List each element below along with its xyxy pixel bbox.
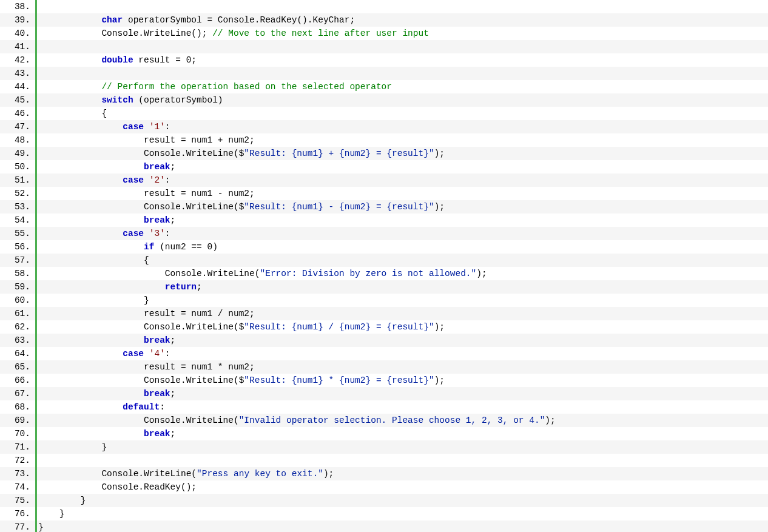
- code-content[interactable]: break;: [37, 427, 768, 440]
- code-content[interactable]: {: [37, 254, 768, 267]
- code-content[interactable]: break;: [37, 214, 768, 227]
- code-line[interactable]: 57. {: [0, 254, 768, 267]
- code-line[interactable]: 51. case '2':: [0, 173, 768, 187]
- code-line[interactable]: 40. Console.WriteLine(); // Move to the …: [0, 27, 768, 40]
- code-line[interactable]: 47. case '1':: [0, 120, 768, 133]
- code-line[interactable]: 68. default:: [0, 400, 768, 414]
- code-line[interactable]: 72.: [0, 454, 768, 467]
- code-line[interactable]: 46. {: [0, 107, 768, 120]
- line-number: 72.: [0, 454, 35, 467]
- code-content[interactable]: case '3':: [37, 227, 768, 240]
- code-content[interactable]: break;: [37, 160, 768, 173]
- keyword-token: case: [123, 175, 144, 185]
- code-content[interactable]: }: [37, 294, 768, 307]
- code-line[interactable]: 50. break;: [0, 160, 768, 173]
- code-content[interactable]: {: [37, 107, 768, 120]
- code-content[interactable]: char operatorSymbol = Console.ReadKey().…: [37, 13, 768, 27]
- code-line[interactable]: 53. Console.WriteLine($"Result: {num1} -…: [0, 200, 768, 214]
- code-content[interactable]: return;: [37, 280, 768, 294]
- code-content[interactable]: switch (operatorSymbol): [37, 93, 768, 107]
- code-line[interactable]: 67. break;: [0, 387, 768, 400]
- code-content[interactable]: Console.WriteLine(); // Move to the next…: [37, 27, 768, 40]
- code-content[interactable]: case '2':: [37, 173, 768, 187]
- code-line[interactable]: 66. Console.WriteLine($"Result: {num1} *…: [0, 374, 768, 387]
- code-content[interactable]: Console.WriteLine($"Result: {num1} * {nu…: [37, 374, 768, 387]
- code-content[interactable]: result = num1 + num2;: [37, 133, 768, 147]
- code-line[interactable]: 55. case '3':: [0, 227, 768, 240]
- line-number: 53.: [0, 200, 35, 214]
- line-number: 42.: [0, 53, 35, 67]
- code-content[interactable]: }: [37, 507, 768, 520]
- code-line[interactable]: 58. Console.WriteLine("Error: Division b…: [0, 267, 768, 280]
- code-content[interactable]: default:: [37, 400, 768, 414]
- code-content[interactable]: [37, 67, 768, 80]
- code-content[interactable]: Console.ReadKey();: [37, 480, 768, 494]
- code-content[interactable]: [37, 454, 768, 467]
- code-editor[interactable]: 38. 39. char operatorSymbol = Console.Re…: [0, 0, 768, 532]
- code-line[interactable]: 73. Console.WriteLine("Press any key to …: [0, 467, 768, 480]
- code-line[interactable]: 54. break;: [0, 214, 768, 227]
- code-content[interactable]: break;: [37, 387, 768, 400]
- code-line[interactable]: 69. Console.WriteLine("Invalid operator …: [0, 414, 768, 427]
- char-token: '4': [149, 349, 165, 359]
- code-content[interactable]: case '4':: [37, 347, 768, 360]
- code-line[interactable]: 59. return;: [0, 280, 768, 294]
- line-number: 73.: [0, 467, 35, 480]
- code-line[interactable]: 70. break;: [0, 427, 768, 440]
- code-content[interactable]: }: [37, 440, 768, 454]
- keyword-token: return: [165, 282, 197, 292]
- string-token: "Result: {num1} * {num2} = {result}": [244, 375, 434, 385]
- code-content[interactable]: [37, 0, 768, 13]
- comment-token: // Perform the operation based on the se…: [101, 82, 392, 92]
- code-line[interactable]: 64. case '4':: [0, 347, 768, 360]
- code-content[interactable]: break;: [37, 334, 768, 347]
- code-content[interactable]: }: [37, 520, 768, 532]
- comment-token: // Move to the next line after user inpu…: [212, 29, 429, 38]
- code-content[interactable]: }: [37, 494, 768, 507]
- code-line[interactable]: 71. }: [0, 440, 768, 454]
- line-number: 57.: [0, 254, 35, 267]
- code-line[interactable]: 38.: [0, 0, 768, 13]
- code-content[interactable]: result = num1 - num2;: [37, 187, 768, 200]
- code-content[interactable]: Console.WriteLine("Invalid operator sele…: [37, 414, 768, 427]
- code-content[interactable]: [37, 40, 768, 53]
- code-line[interactable]: 52. result = num1 - num2;: [0, 187, 768, 200]
- code-line[interactable]: 48. result = num1 + num2;: [0, 133, 768, 147]
- code-content[interactable]: Console.WriteLine("Press any key to exit…: [37, 467, 768, 480]
- code-content[interactable]: case '1':: [37, 120, 768, 133]
- code-line[interactable]: 65. result = num1 * num2;: [0, 360, 768, 374]
- code-line[interactable]: 49. Console.WriteLine($"Result: {num1} +…: [0, 147, 768, 160]
- code-line[interactable]: 44. // Perform the operation based on th…: [0, 80, 768, 93]
- code-content[interactable]: result = num1 / num2;: [37, 307, 768, 320]
- line-number: 61.: [0, 307, 35, 320]
- code-line[interactable]: 62. Console.WriteLine($"Result: {num1} /…: [0, 320, 768, 334]
- code-content[interactable]: Console.WriteLine($"Result: {num1} + {nu…: [37, 147, 768, 160]
- code-line[interactable]: 77.}: [0, 520, 768, 532]
- line-number: 48.: [0, 133, 35, 147]
- code-line[interactable]: 43.: [0, 67, 768, 80]
- code-line[interactable]: 42. double result = 0;: [0, 53, 768, 67]
- code-content[interactable]: if (num2 == 0): [37, 240, 768, 254]
- code-line[interactable]: 63. break;: [0, 334, 768, 347]
- string-token: "Result: {num1} / {num2} = {result}": [244, 322, 434, 332]
- code-line[interactable]: 75. }: [0, 494, 768, 507]
- code-line[interactable]: 39. char operatorSymbol = Console.ReadKe…: [0, 13, 768, 27]
- code-content[interactable]: Console.WriteLine("Error: Division by ze…: [37, 267, 768, 280]
- code-content[interactable]: // Perform the operation based on the se…: [37, 80, 768, 93]
- line-number: 39.: [0, 13, 35, 27]
- line-number: 70.: [0, 427, 35, 440]
- line-number: 38.: [0, 0, 35, 13]
- code-content[interactable]: result = num1 * num2;: [37, 360, 768, 374]
- code-line[interactable]: 61. result = num1 / num2;: [0, 307, 768, 320]
- code-line[interactable]: 74. Console.ReadKey();: [0, 480, 768, 494]
- line-number: 46.: [0, 107, 35, 120]
- code-line[interactable]: 45. switch (operatorSymbol): [0, 93, 768, 107]
- code-line[interactable]: 41.: [0, 40, 768, 53]
- code-line[interactable]: 56. if (num2 == 0): [0, 240, 768, 254]
- code-content[interactable]: Console.WriteLine($"Result: {num1} - {nu…: [37, 200, 768, 214]
- code-content[interactable]: double result = 0;: [37, 53, 768, 67]
- code-content[interactable]: Console.WriteLine($"Result: {num1} / {nu…: [37, 320, 768, 334]
- code-line[interactable]: 76. }: [0, 507, 768, 520]
- line-number: 65.: [0, 360, 35, 374]
- code-line[interactable]: 60. }: [0, 294, 768, 307]
